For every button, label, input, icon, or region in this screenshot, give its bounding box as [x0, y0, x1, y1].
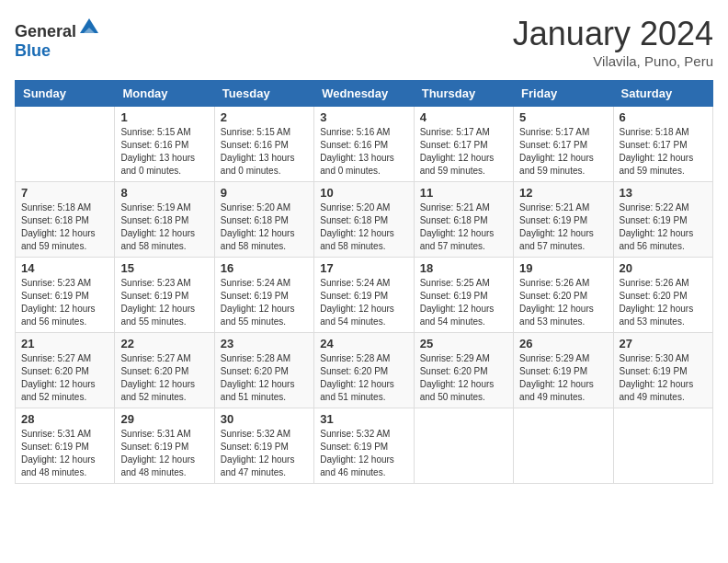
- calendar-cell: 3Sunrise: 5:16 AMSunset: 6:16 PMDaylight…: [314, 107, 414, 182]
- day-number: 7: [21, 186, 108, 200]
- day-info: Sunrise: 5:24 AMSunset: 6:19 PMDaylight:…: [320, 277, 407, 328]
- page-header: General Blue January 2024 Vilavila, Puno…: [15, 15, 713, 69]
- day-info: Sunrise: 5:26 AMSunset: 6:20 PMDaylight:…: [620, 277, 707, 328]
- day-number: 26: [519, 337, 607, 350]
- weekday-header-sunday: Sunday: [16, 81, 115, 107]
- calendar-cell: 2Sunrise: 5:15 AMSunset: 6:16 PMDaylight…: [214, 107, 313, 182]
- day-info: Sunrise: 5:31 AMSunset: 6:19 PMDaylight:…: [120, 428, 208, 479]
- day-number: 10: [320, 186, 407, 200]
- logo-icon: [78, 15, 100, 37]
- day-number: 6: [620, 110, 707, 124]
- calendar-cell: 18Sunrise: 5:25 AMSunset: 6:19 PMDayligh…: [414, 258, 513, 333]
- logo-text: General Blue: [15, 15, 100, 61]
- calendar-cell: 26Sunrise: 5:29 AMSunset: 6:19 PMDayligh…: [514, 333, 613, 408]
- day-number: 22: [120, 337, 208, 350]
- day-info: Sunrise: 5:26 AMSunset: 6:20 PMDaylight:…: [519, 277, 607, 328]
- day-info: Sunrise: 5:32 AMSunset: 6:19 PMDaylight:…: [320, 428, 407, 479]
- calendar-cell: 16Sunrise: 5:24 AMSunset: 6:19 PMDayligh…: [214, 258, 313, 333]
- day-info: Sunrise: 5:20 AMSunset: 6:18 PMDaylight:…: [221, 201, 308, 253]
- weekday-header-thursday: Thursday: [414, 81, 513, 107]
- day-info: Sunrise: 5:22 AMSunset: 6:19 PMDaylight:…: [620, 201, 707, 253]
- day-number: 21: [21, 337, 108, 350]
- day-number: 23: [221, 337, 308, 350]
- day-number: 24: [320, 337, 407, 350]
- day-info: Sunrise: 5:19 AMSunset: 6:18 PMDaylight:…: [120, 201, 208, 253]
- day-number: 28: [21, 412, 108, 426]
- day-number: 14: [21, 261, 108, 275]
- day-info: Sunrise: 5:21 AMSunset: 6:18 PMDaylight:…: [420, 201, 507, 253]
- day-number: 13: [620, 186, 707, 200]
- day-info: Sunrise: 5:20 AMSunset: 6:18 PMDaylight:…: [320, 201, 407, 253]
- day-info: Sunrise: 5:18 AMSunset: 6:18 PMDaylight:…: [21, 201, 108, 253]
- day-number: 15: [120, 261, 208, 275]
- day-number: 17: [320, 261, 407, 275]
- day-info: Sunrise: 5:24 AMSunset: 6:19 PMDaylight:…: [221, 277, 308, 328]
- calendar-cell: 28Sunrise: 5:31 AMSunset: 6:19 PMDayligh…: [16, 408, 115, 484]
- day-number: 25: [420, 337, 507, 350]
- day-number: 27: [620, 337, 707, 350]
- weekday-header-wednesday: Wednesday: [314, 81, 414, 107]
- day-info: Sunrise: 5:15 AMSunset: 6:16 PMDaylight:…: [120, 126, 208, 178]
- location-subtitle: Vilavila, Puno, Peru: [513, 53, 713, 69]
- calendar-week-1: 1Sunrise: 5:15 AMSunset: 6:16 PMDaylight…: [16, 107, 713, 182]
- day-info: Sunrise: 5:28 AMSunset: 6:20 PMDaylight:…: [221, 352, 308, 404]
- calendar-cell: 13Sunrise: 5:22 AMSunset: 6:19 PMDayligh…: [613, 182, 712, 258]
- day-info: Sunrise: 5:31 AMSunset: 6:19 PMDaylight:…: [21, 428, 108, 479]
- day-number: 31: [320, 412, 407, 426]
- calendar-table: SundayMondayTuesdayWednesdayThursdayFrid…: [15, 80, 713, 484]
- calendar-cell: 31Sunrise: 5:32 AMSunset: 6:19 PMDayligh…: [314, 408, 414, 484]
- day-number: 30: [221, 412, 308, 426]
- day-info: Sunrise: 5:23 AMSunset: 6:19 PMDaylight:…: [21, 277, 108, 328]
- day-number: 4: [420, 110, 507, 124]
- day-info: Sunrise: 5:25 AMSunset: 6:19 PMDaylight:…: [420, 277, 507, 328]
- calendar-cell: 20Sunrise: 5:26 AMSunset: 6:20 PMDayligh…: [613, 258, 712, 333]
- calendar-cell: [414, 408, 513, 484]
- day-number: 8: [120, 186, 208, 200]
- day-info: Sunrise: 5:17 AMSunset: 6:17 PMDaylight:…: [420, 126, 507, 178]
- logo-general: General: [15, 22, 76, 40]
- calendar-week-5: 28Sunrise: 5:31 AMSunset: 6:19 PMDayligh…: [16, 408, 713, 484]
- day-info: Sunrise: 5:17 AMSunset: 6:17 PMDaylight:…: [519, 126, 607, 178]
- calendar-cell: 15Sunrise: 5:23 AMSunset: 6:19 PMDayligh…: [115, 258, 214, 333]
- calendar-cell: [613, 408, 712, 484]
- calendar-cell: [16, 107, 115, 182]
- calendar-week-3: 14Sunrise: 5:23 AMSunset: 6:19 PMDayligh…: [16, 258, 713, 333]
- calendar-cell: 25Sunrise: 5:29 AMSunset: 6:20 PMDayligh…: [414, 333, 513, 408]
- calendar-cell: 11Sunrise: 5:21 AMSunset: 6:18 PMDayligh…: [414, 182, 513, 258]
- logo-blue: Blue: [15, 41, 51, 60]
- day-number: 2: [221, 110, 308, 124]
- day-info: Sunrise: 5:28 AMSunset: 6:20 PMDaylight:…: [320, 352, 407, 404]
- calendar-cell: 6Sunrise: 5:18 AMSunset: 6:17 PMDaylight…: [613, 107, 712, 182]
- day-number: 5: [519, 110, 607, 124]
- calendar-cell: 5Sunrise: 5:17 AMSunset: 6:17 PMDaylight…: [514, 107, 613, 182]
- calendar-cell: 24Sunrise: 5:28 AMSunset: 6:20 PMDayligh…: [314, 333, 414, 408]
- title-block: January 2024 Vilavila, Puno, Peru: [513, 15, 713, 69]
- calendar-cell: 7Sunrise: 5:18 AMSunset: 6:18 PMDaylight…: [16, 182, 115, 258]
- day-info: Sunrise: 5:29 AMSunset: 6:20 PMDaylight:…: [420, 352, 507, 404]
- month-year-title: January 2024: [513, 15, 713, 53]
- day-info: Sunrise: 5:30 AMSunset: 6:19 PMDaylight:…: [620, 352, 707, 404]
- day-info: Sunrise: 5:32 AMSunset: 6:19 PMDaylight:…: [221, 428, 308, 479]
- calendar-cell: 8Sunrise: 5:19 AMSunset: 6:18 PMDaylight…: [115, 182, 214, 258]
- calendar-cell: 27Sunrise: 5:30 AMSunset: 6:19 PMDayligh…: [613, 333, 712, 408]
- calendar-cell: 21Sunrise: 5:27 AMSunset: 6:20 PMDayligh…: [16, 333, 115, 408]
- calendar-cell: [514, 408, 613, 484]
- day-info: Sunrise: 5:29 AMSunset: 6:19 PMDaylight:…: [519, 352, 607, 404]
- day-info: Sunrise: 5:15 AMSunset: 6:16 PMDaylight:…: [221, 126, 308, 178]
- weekday-header-saturday: Saturday: [613, 81, 712, 107]
- calendar-cell: 29Sunrise: 5:31 AMSunset: 6:19 PMDayligh…: [115, 408, 214, 484]
- calendar-week-4: 21Sunrise: 5:27 AMSunset: 6:20 PMDayligh…: [16, 333, 713, 408]
- day-number: 19: [519, 261, 607, 275]
- day-number: 16: [221, 261, 308, 275]
- weekday-header-monday: Monday: [115, 81, 214, 107]
- calendar-cell: 14Sunrise: 5:23 AMSunset: 6:19 PMDayligh…: [16, 258, 115, 333]
- day-number: 29: [120, 412, 208, 426]
- day-info: Sunrise: 5:23 AMSunset: 6:19 PMDaylight:…: [120, 277, 208, 328]
- calendar-cell: 22Sunrise: 5:27 AMSunset: 6:20 PMDayligh…: [115, 333, 214, 408]
- calendar-cell: 17Sunrise: 5:24 AMSunset: 6:19 PMDayligh…: [314, 258, 414, 333]
- calendar-cell: 30Sunrise: 5:32 AMSunset: 6:19 PMDayligh…: [214, 408, 313, 484]
- calendar-cell: 10Sunrise: 5:20 AMSunset: 6:18 PMDayligh…: [314, 182, 414, 258]
- calendar-cell: 19Sunrise: 5:26 AMSunset: 6:20 PMDayligh…: [514, 258, 613, 333]
- day-number: 1: [120, 110, 208, 124]
- day-info: Sunrise: 5:16 AMSunset: 6:16 PMDaylight:…: [320, 126, 407, 178]
